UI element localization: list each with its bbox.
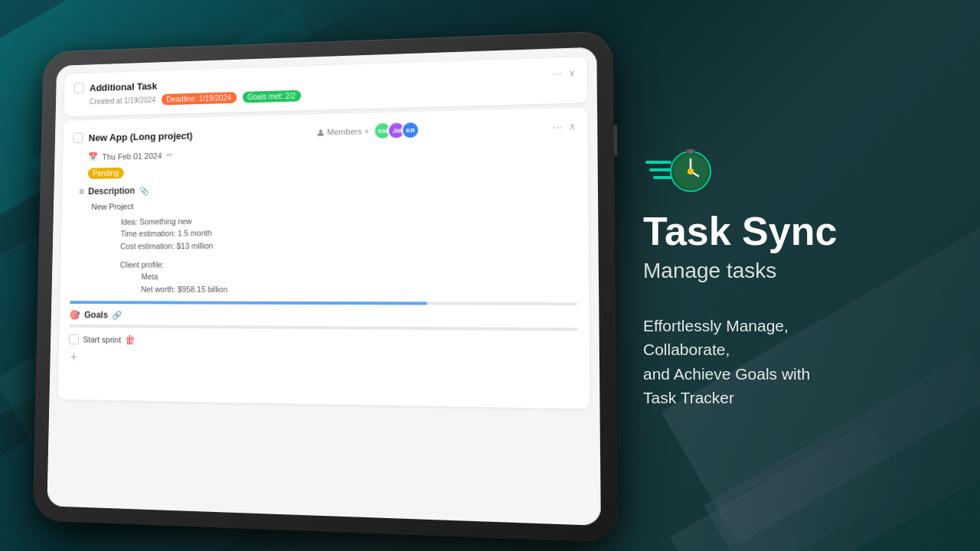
goals-section: 🎯 Goals 🔗 Start sprint 🗑 + bbox=[68, 310, 578, 372]
right-panel: Task Sync Manage tasks Effortlessly Mana… bbox=[597, 0, 980, 551]
task1-deadline: Deadline: 1/19/2024 bbox=[162, 92, 237, 105]
task-card-newapp: New App (Long project) Members + KM JM K… bbox=[57, 107, 590, 409]
task1-created: Created at 1/19/2024 bbox=[90, 96, 156, 106]
tagline-line4: Task Tracker bbox=[643, 389, 734, 406]
tagline-line3: and Achieve Goals with bbox=[643, 365, 810, 383]
goals-icon: 🎯 bbox=[70, 310, 80, 321]
task1-chevron[interactable]: ∨ bbox=[568, 67, 576, 78]
description-text: New Project bbox=[91, 194, 577, 213]
task1-checkbox[interactable] bbox=[74, 83, 84, 93]
task-card-additional: Additional Task ··· ∨ Created at 1/19/20… bbox=[64, 57, 587, 116]
progress-fill bbox=[70, 302, 427, 305]
client-name: Meta bbox=[141, 269, 577, 282]
goal-checkbox[interactable] bbox=[69, 334, 79, 345]
tagline-line2: Collaborate, bbox=[643, 341, 730, 358]
task2-chevron[interactable]: ∧ bbox=[569, 121, 577, 132]
task2-menu[interactable]: ··· bbox=[553, 120, 562, 133]
app-name: Task Sync bbox=[643, 210, 926, 253]
goals-label: Goals bbox=[84, 310, 108, 321]
svg-point-9 bbox=[688, 149, 693, 154]
goal-item-sprint: Start sprint 🗑 bbox=[69, 334, 578, 350]
client-profile-label: Client profile: bbox=[120, 260, 165, 269]
task2-checkbox[interactable] bbox=[73, 132, 83, 143]
task2-status: Pending bbox=[88, 168, 124, 179]
members-avatars: KM JM KR bbox=[374, 121, 420, 140]
avatar-kr: KR bbox=[401, 121, 420, 139]
tablet-frame: Additional Task ··· ∨ Created at 1/19/20… bbox=[32, 31, 617, 543]
app-subtitle: Manage tasks bbox=[643, 259, 926, 283]
app-description: Effortlessly Manage, Collaborate, and Ac… bbox=[643, 314, 926, 410]
goal-text: Start sprint bbox=[83, 335, 121, 344]
task2-title: New App (Long project) bbox=[89, 129, 193, 142]
add-goal-button[interactable]: + bbox=[70, 350, 578, 372]
goals-edit-icon[interactable]: 🔗 bbox=[112, 311, 122, 321]
svg-point-0 bbox=[319, 129, 322, 132]
task2-date: Thu Feb 01 2024 bbox=[102, 151, 162, 161]
goals-progress-bar bbox=[69, 324, 577, 331]
client-networth: Net worth: $958.15 billion bbox=[141, 283, 577, 296]
tagline-line1: Effortlessly Manage, bbox=[643, 317, 789, 334]
tablet-screen: Additional Task ··· ∨ Created at 1/19/20… bbox=[47, 47, 600, 526]
date-edit-icon[interactable]: ✏ bbox=[166, 150, 173, 160]
task1-menu[interactable]: ··· bbox=[553, 67, 562, 80]
screen-content: Additional Task ··· ∨ Created at 1/19/20… bbox=[47, 47, 600, 526]
calendar-icon: 📅 bbox=[88, 152, 98, 161]
description-edit-icon[interactable]: 📎 bbox=[139, 186, 149, 196]
description-icon: ≡ bbox=[79, 187, 84, 197]
app-logo bbox=[643, 141, 926, 194]
delete-goal-icon[interactable]: 🗑 bbox=[125, 334, 135, 347]
task1-goals-met: Goals met: 2/2 bbox=[242, 90, 301, 103]
task1-title: Additional Task bbox=[90, 80, 158, 93]
progress-bar bbox=[70, 302, 577, 306]
svg-point-10 bbox=[688, 168, 694, 174]
members-label: Members + bbox=[316, 126, 369, 136]
desc-cost: Cost estimation: $13 million bbox=[120, 237, 577, 253]
logo-icon bbox=[643, 141, 712, 194]
description-label: Description bbox=[88, 186, 135, 197]
tablet: Additional Task ··· ∨ Created at 1/19/20… bbox=[23, 38, 605, 528]
